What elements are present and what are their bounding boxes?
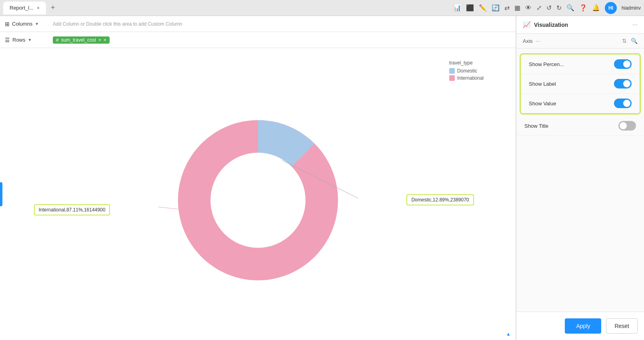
panel-more-icon[interactable]: ··· [632, 21, 638, 28]
pill-add-icon[interactable]: + [98, 37, 101, 43]
bell-icon[interactable]: 🔔 [592, 4, 600, 12]
columns-text: Columns [12, 21, 32, 27]
panel-icon-group: ⇅ 🔍 [622, 38, 638, 44]
hash-icon: # [56, 37, 59, 43]
international-data-label: International,87.11%,16144900 [34, 204, 110, 215]
redo-icon[interactable]: ↻ [556, 4, 562, 12]
international-legend-label: International [457, 75, 484, 81]
rows-text: Rows [12, 37, 26, 43]
show-label-toggle[interactable] [614, 79, 632, 89]
panel-footer: Apply Reset [516, 312, 644, 340]
left-sidebar-indicator [0, 182, 2, 206]
share-icon[interactable]: ⇄ [504, 4, 510, 12]
show-value-slider [614, 99, 632, 108]
help-icon[interactable]: ❓ [579, 4, 587, 12]
magnifier-icon[interactable]: 🔍 [566, 4, 574, 12]
show-title-label: Show Title [524, 123, 618, 129]
axis-more-icon[interactable]: ··· [536, 38, 541, 44]
panel-title: Visualization [534, 22, 568, 28]
show-title-toggle[interactable] [618, 121, 636, 131]
panel-sub-header: Axis ··· ⇅ 🔍 [516, 34, 644, 48]
international-color-swatch [449, 75, 455, 81]
rows-label[interactable]: ☰ Rows ▼ [5, 37, 53, 43]
expand-icon[interactable]: ⤢ [536, 4, 542, 12]
legend-title: travel_type [449, 60, 484, 66]
pill-label: sum_travel_cost [61, 37, 96, 43]
highlight-box: Show Percen... Show Label Show Value [520, 53, 641, 115]
show-label-slider [614, 79, 632, 89]
show-label-label: Show Label [529, 81, 614, 87]
refresh-icon[interactable]: 🔄 [492, 4, 500, 12]
chart-container: travel_type Domestic International [0, 48, 516, 340]
eye-icon[interactable]: 👁 [525, 4, 532, 12]
columns-hint: Add Column or Double click this area to … [53, 21, 182, 27]
legend-item-international: International [449, 75, 484, 81]
browser-chrome: Report_l... × + 📊 ⬛ ✏️ 🔄 ⇄ ▦ 👁 ⤢ ↺ ↻ 🔍 ❓… [0, 0, 644, 16]
donut-chart-svg [158, 100, 358, 300]
reset-button[interactable]: Reset [606, 318, 638, 334]
pill-remove-icon[interactable]: × [104, 37, 106, 43]
international-label-text: International,87.11%,16144900 [39, 207, 106, 213]
center-hole [210, 153, 306, 248]
domestic-legend-label: Domestic [457, 68, 477, 74]
undo-icon[interactable]: ↺ [546, 4, 552, 12]
domestic-data-label: Domestic,12.89%,2389070 [406, 194, 474, 205]
show-percent-row: Show Percen... [521, 54, 640, 74]
show-title-row: Show Title [516, 116, 644, 136]
main-layout: ⊞ Columns ▼ Add Column or Double click t… [0, 16, 644, 340]
new-tab-button[interactable]: + [48, 4, 58, 12]
sort-icon[interactable]: ⇅ [622, 38, 627, 44]
domestic-color-swatch [449, 68, 455, 74]
apply-button[interactable]: Apply [565, 318, 601, 334]
show-value-row: Show Value [521, 94, 640, 113]
show-percent-toggle[interactable] [614, 59, 632, 69]
layout-icon[interactable]: ▦ [514, 4, 520, 12]
edit-icon[interactable]: ✏️ [479, 4, 487, 12]
domestic-label-text: Domestic,12.89%,2389070 [411, 197, 469, 203]
columns-shelf: ⊞ Columns ▼ Add Column or Double click t… [0, 16, 516, 32]
columns-arrow-icon: ▼ [35, 22, 39, 26]
search-panel-icon[interactable]: 🔍 [631, 38, 638, 44]
rows-pill[interactable]: # sum_travel_cost + × [53, 36, 110, 44]
chart-icon[interactable]: 📊 [453, 4, 461, 12]
browser-toolbar: 📊 ⬛ ✏️ 🔄 ⇄ ▦ 👁 ⤢ ↺ ↻ 🔍 ❓ 🔔 HI hiadminv [453, 2, 641, 14]
tab-close-button[interactable]: × [37, 5, 40, 11]
right-panel: 📈 Visualization ··· Axis ··· ⇅ 🔍 Show Pe… [516, 16, 644, 340]
legend-item-domestic: Domestic [449, 68, 484, 74]
show-percent-label: Show Percen... [529, 61, 614, 67]
user-avatar[interactable]: HI [605, 2, 617, 14]
panel-header: 📈 Visualization ··· [516, 16, 644, 34]
donut-chart-wrapper: International,87.11%,16144900 Domestic,1… [158, 100, 358, 300]
settings-area: Show Percen... Show Label Show Value [516, 48, 644, 312]
axis-label: Axis [523, 38, 533, 44]
rows-shelf: ☰ Rows ▼ # sum_travel_cost + × [0, 32, 516, 48]
visualization-chart-icon: 📈 [523, 21, 531, 28]
username-label: hiadminv [622, 5, 641, 11]
show-title-slider [618, 121, 636, 131]
rows-arrow-icon: ▼ [28, 38, 32, 42]
left-area: ⊞ Columns ▼ Add Column or Double click t… [0, 16, 516, 340]
bottom-nav: ▲ [506, 331, 511, 337]
show-value-toggle[interactable] [614, 99, 632, 108]
active-tab[interactable]: Report_l... × [3, 2, 46, 14]
user-initials: HI [608, 5, 613, 11]
chart-legend: travel_type Domestic International [449, 60, 484, 82]
tab-title: Report_l... [10, 5, 34, 11]
nav-up-icon[interactable]: ▲ [506, 331, 511, 337]
columns-label[interactable]: ⊞ Columns ▼ [5, 21, 53, 27]
export-icon[interactable]: ⬛ [466, 4, 474, 12]
show-percent-slider [614, 59, 632, 69]
show-value-label: Show Value [529, 101, 614, 107]
show-label-row: Show Label [521, 74, 640, 94]
